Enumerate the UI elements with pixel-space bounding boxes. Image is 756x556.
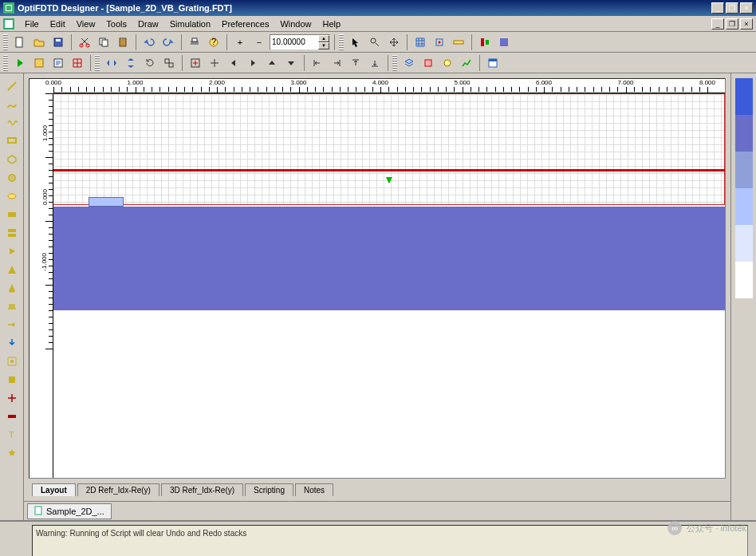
tab-layout[interactable]: Layout (32, 483, 76, 496)
snap-top-button[interactable] (347, 54, 364, 72)
tab-scripting[interactable]: Scripting (245, 483, 293, 496)
material-button[interactable] (495, 34, 513, 51)
print-button[interactable] (186, 34, 203, 51)
draw-polygon-button[interactable] (4, 152, 20, 168)
pan-button[interactable] (385, 34, 403, 51)
drawing-surface[interactable]: ▼ (53, 93, 725, 478)
toolbar-grip-icon[interactable] (339, 34, 344, 50)
rect-tool-button[interactable] (4, 372, 20, 388)
window-button[interactable] (484, 54, 502, 72)
palette-swatch[interactable] (735, 225, 753, 262)
mdi-minimize-button[interactable]: _ (711, 18, 724, 30)
align-button[interactable] (476, 34, 494, 51)
menu-draw[interactable]: Draw (132, 18, 164, 30)
paste-button[interactable] (114, 34, 132, 51)
tab-notes[interactable]: Notes (295, 483, 333, 496)
new-button[interactable] (11, 34, 29, 51)
draw-wave-button[interactable] (4, 115, 20, 131)
menu-view[interactable]: View (71, 18, 101, 30)
palette-swatch[interactable] (735, 262, 753, 298)
menu-window[interactable]: Window (274, 18, 317, 30)
text-button[interactable]: T (4, 427, 20, 443)
grid-button[interactable] (411, 34, 429, 51)
toolbar-grip-icon[interactable] (95, 55, 100, 71)
run-button[interactable] (11, 54, 29, 72)
probe-button[interactable] (4, 335, 20, 351)
waveguide-button[interactable] (4, 408, 20, 424)
palette-swatch[interactable] (735, 78, 753, 115)
region-button[interactable] (4, 207, 20, 223)
project-button[interactable] (30, 54, 48, 72)
snap-right-button[interactable] (328, 54, 345, 72)
mdi-restore-button[interactable]: ❐ (726, 18, 738, 30)
spin-up-button[interactable]: ▲ (318, 35, 329, 42)
left-button[interactable] (225, 54, 242, 72)
snap-left-button[interactable] (309, 54, 326, 72)
menu-simulation[interactable]: Simulation (164, 18, 216, 30)
play-tool-button[interactable] (4, 243, 20, 259)
tab-3d-refr[interactable]: 3D Refr_Idx-Re(y) (161, 483, 243, 496)
undo-button[interactable] (140, 34, 158, 51)
grating-button[interactable] (4, 298, 20, 314)
document-tab[interactable]: Sample_2D_... (27, 503, 112, 519)
minimize-button[interactable]: _ (711, 2, 724, 14)
right-button[interactable] (244, 54, 262, 72)
up-button[interactable] (263, 54, 281, 72)
zoom-input[interactable] (270, 35, 318, 49)
detector-button[interactable] (419, 54, 437, 72)
palette-swatch[interactable] (735, 115, 753, 152)
flip-h-button[interactable] (103, 54, 120, 72)
spin-down-button[interactable]: ▼ (318, 42, 329, 49)
expand-button[interactable] (206, 54, 223, 72)
pointer-button[interactable] (347, 34, 364, 51)
palette-swatch[interactable] (735, 152, 753, 188)
snap-bottom-button[interactable] (366, 54, 384, 72)
layer-tool-button[interactable] (4, 225, 20, 241)
flip-v-button[interactable] (122, 54, 140, 72)
snap-button[interactable] (431, 34, 448, 51)
toolbar-grip-icon[interactable] (3, 55, 8, 71)
field-button[interactable] (4, 390, 20, 406)
draw-ring-button[interactable] (4, 170, 20, 186)
arrow-tool-button[interactable] (4, 317, 20, 333)
maximize-button[interactable]: ❐ (726, 2, 738, 14)
palette-swatch[interactable] (735, 188, 753, 225)
waveguide-element[interactable] (89, 197, 124, 207)
menu-file[interactable]: File (19, 18, 45, 30)
tab-2d-refr[interactable]: 2D Refr_Idx-Re(y) (77, 483, 159, 496)
draw-rect-button[interactable] (4, 133, 20, 149)
zoom-area-button[interactable] (366, 34, 384, 51)
toolbar-grip-icon[interactable] (3, 34, 8, 50)
mesh-button[interactable] (69, 54, 86, 72)
menu-edit[interactable]: Edit (45, 18, 71, 30)
draw-ellipse-button[interactable] (4, 188, 20, 204)
source-button[interactable] (439, 54, 456, 72)
measure-button[interactable] (4, 353, 20, 369)
zoom-spinner[interactable]: ▲ ▼ (270, 34, 330, 50)
help-button[interactable]: ? (205, 34, 222, 51)
group-button[interactable] (160, 54, 178, 72)
substrate-slab[interactable] (53, 207, 725, 310)
down-button[interactable] (282, 54, 300, 72)
script-button[interactable] (49, 54, 67, 72)
cut-button[interactable] (76, 34, 93, 51)
toolbar-grip-icon[interactable] (392, 55, 397, 71)
canvas[interactable]: 0.0001.0002.0003.0004.0005.0006.0007.000… (29, 78, 726, 479)
triangle-tool-button[interactable] (4, 262, 20, 278)
draw-line-button[interactable] (4, 78, 20, 94)
menu-help[interactable]: Help (317, 18, 347, 30)
menu-preferences[interactable]: Preferences (216, 18, 274, 30)
star-button[interactable] (4, 445, 20, 461)
fit-button[interactable] (187, 54, 204, 72)
zoom-out-button[interactable]: + (231, 34, 249, 51)
ruler-button[interactable] (450, 34, 467, 51)
close-button[interactable]: × (740, 2, 753, 14)
analyze-button[interactable] (458, 54, 475, 72)
zoom-in-button[interactable]: − (250, 34, 268, 51)
mdi-close-button[interactable]: × (740, 18, 753, 30)
source-line[interactable] (53, 169, 725, 172)
layer-button[interactable] (400, 54, 418, 72)
copy-button[interactable] (95, 34, 112, 51)
draw-curve-button[interactable] (4, 97, 20, 112)
open-button[interactable] (30, 34, 48, 51)
